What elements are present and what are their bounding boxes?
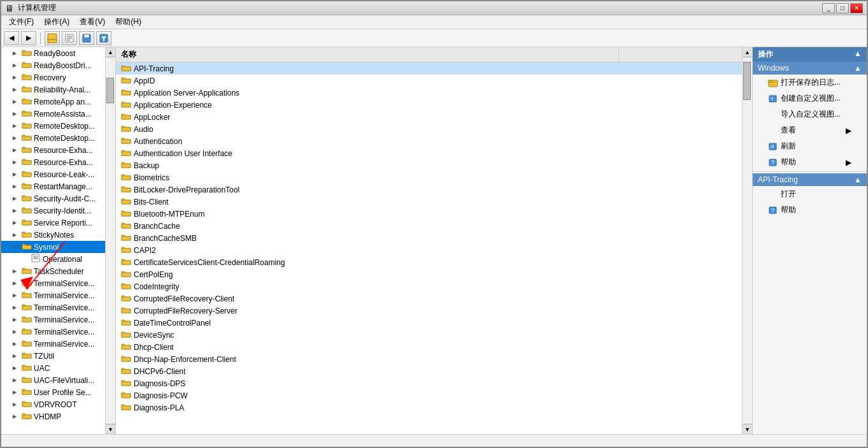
- maximize-button[interactable]: □: [836, 3, 849, 13]
- sidebar-item-8[interactable]: ▶Resource-Exha...: [1, 144, 115, 156]
- sidebar-item-21[interactable]: ▶TerminalService...: [1, 301, 115, 314]
- sidebar-item-10[interactable]: ▶Resource-Leak-...: [1, 168, 115, 180]
- sidebar-item-7[interactable]: ▶RemoteDesktop...: [1, 132, 115, 144]
- close-button[interactable]: ✕: [850, 3, 863, 13]
- list-item-27[interactable]: Diagnosis-PCW: [116, 389, 752, 401]
- scroll-down-button[interactable]: ▼: [106, 424, 115, 434]
- list-item-12[interactable]: Bluetooth-MTPEnum: [116, 208, 752, 220]
- forward-button[interactable]: ▶: [21, 31, 36, 45]
- list-item-16[interactable]: CertificateServicesClient-CredentialRoam…: [116, 256, 752, 268]
- svg-rect-45: [122, 79, 131, 83]
- sidebar-item-27[interactable]: ▶UAC-FileVirtuali...: [1, 374, 115, 386]
- menu-view[interactable]: 查看(V): [75, 15, 110, 29]
- up-button[interactable]: [45, 31, 60, 45]
- sidebar-item-6[interactable]: ▶RemoteDesktop...: [1, 120, 115, 132]
- sidebar: ▶ReadyBoost▶ReadyBoostDri...▶Recovery▶Re…: [1, 47, 116, 434]
- menu-help[interactable]: 帮助(H): [110, 15, 146, 29]
- back-button[interactable]: ◀: [4, 31, 19, 45]
- content-scroll-thumb[interactable]: [743, 62, 751, 100]
- minimize-button[interactable]: _: [822, 3, 835, 13]
- list-item-6[interactable]: Authentication: [116, 135, 752, 147]
- sidebar-item-19[interactable]: ▶TerminalService...: [1, 277, 115, 289]
- sidebar-item-29[interactable]: ▶VDRVROOT: [1, 398, 115, 410]
- scroll-thumb[interactable]: [106, 78, 114, 103]
- svg-rect-37: [22, 342, 31, 346]
- sidebar-item-23[interactable]: ▶TerminalService...: [1, 326, 115, 338]
- sidebar-item-9[interactable]: ▶Resource-Exha...: [1, 156, 115, 168]
- sidebar-item-22[interactable]: ▶TerminalService...: [1, 314, 115, 326]
- sidebar-item-18[interactable]: ▶TaskScheduler: [1, 265, 115, 277]
- list-item-19[interactable]: CorruptedFileRecovery-Client: [116, 293, 752, 305]
- sidebar-item-28[interactable]: ▶User Profile Se...: [1, 386, 115, 398]
- list-item-28[interactable]: Diagnosis-PLA: [116, 401, 752, 414]
- list-item-21[interactable]: DateTimeControlPanel: [116, 317, 752, 329]
- properties-button[interactable]: [62, 31, 77, 45]
- list-item-7[interactable]: Authentication User Interface: [116, 147, 752, 159]
- sidebar-item-13[interactable]: ▶Security-Identit...: [1, 205, 115, 217]
- list-item-14[interactable]: BranchCacheSMB: [116, 232, 752, 244]
- list-item-10[interactable]: BitLocker-DrivePreparationTool: [116, 184, 752, 196]
- menu-action[interactable]: 操作(A): [39, 15, 75, 29]
- action-open-saved-log[interactable]: 打开保存的日志...: [753, 75, 867, 90]
- sidebar-item-1[interactable]: ▶ReadyBoostDri...: [1, 59, 115, 71]
- sidebar-item-25[interactable]: ▶TZUtil: [1, 350, 115, 362]
- sidebar-item-17[interactable]: Operational: [1, 253, 115, 265]
- sidebar-item-11[interactable]: ▶RestartManage...: [1, 180, 115, 192]
- list-item-label-15: CAPI2: [134, 246, 156, 255]
- right-panel-collapse[interactable]: ▲: [854, 49, 862, 60]
- action-create-view[interactable]: + 创建自定义视图...: [753, 90, 867, 106]
- list-item-icon-21: [121, 317, 131, 328]
- sidebar-item-2[interactable]: ▶Recovery: [1, 71, 115, 83]
- api-collapse-icon[interactable]: ▲: [854, 175, 862, 184]
- list-item-20[interactable]: CorruptedFileRecovery-Server: [116, 305, 752, 317]
- filter-button[interactable]: [96, 31, 111, 45]
- sidebar-item-15[interactable]: ▶StickyNotes: [1, 229, 115, 241]
- action-help-windows[interactable]: ? 帮助 ▶: [753, 154, 867, 170]
- save-button[interactable]: [79, 31, 94, 45]
- list-item-18[interactable]: CodeIntegrity: [116, 280, 752, 293]
- sidebar-item-30[interactable]: ▶VHDMP: [1, 410, 115, 423]
- sidebar-item-4[interactable]: ▶RemoteApp an...: [1, 96, 115, 108]
- list-item-0[interactable]: API-Tracing: [116, 62, 752, 75]
- list-item-11[interactable]: Bits-Client: [116, 196, 752, 208]
- windows-collapse-icon[interactable]: ▲: [854, 64, 862, 73]
- list-item-1[interactable]: AppID: [116, 75, 752, 87]
- list-item-22[interactable]: DeviceSync: [116, 329, 752, 341]
- folder-icon-18: [22, 266, 32, 277]
- sidebar-item-24[interactable]: ▶TerminalService...: [1, 338, 115, 350]
- menu-file[interactable]: 文件(F): [4, 15, 39, 29]
- list-item-15[interactable]: CAPI2: [116, 244, 752, 256]
- svg-rect-52: [122, 164, 131, 168]
- col-name-header[interactable]: 名称: [116, 47, 619, 62]
- sidebar-item-0[interactable]: ▶ReadyBoost: [1, 47, 115, 59]
- sidebar-item-12[interactable]: ▶Security-Audit-C...: [1, 192, 115, 205]
- content-scroll-up[interactable]: ▲: [743, 47, 752, 57]
- content-scroll-down[interactable]: ▼: [743, 424, 752, 434]
- sidebar-item-20[interactable]: ▶TerminalService...: [1, 289, 115, 301]
- action-help-api[interactable]: ? 帮助: [753, 202, 867, 218]
- action-refresh[interactable]: ↺ 刷新: [753, 138, 867, 154]
- list-item-label-4: AppLocker: [134, 113, 170, 122]
- list-item-25[interactable]: DHCPv6-Client: [116, 365, 752, 377]
- list-item-8[interactable]: Backup: [116, 159, 752, 171]
- list-item-9[interactable]: Biometrics: [116, 171, 752, 184]
- list-item-24[interactable]: Dhcp-Nap-Enforcement-Client: [116, 353, 752, 365]
- action-import-view[interactable]: 导入自定义视图...: [753, 106, 867, 122]
- sidebar-item-5[interactable]: ▶RemoteAssista...: [1, 108, 115, 120]
- scroll-up-button[interactable]: ▲: [106, 47, 115, 57]
- sidebar-item-26[interactable]: ▶UAC: [1, 362, 115, 374]
- list-item-26[interactable]: Diagnosis-DPS: [116, 377, 752, 389]
- list-item-2[interactable]: Application Server-Applications: [116, 87, 752, 99]
- action-view[interactable]: 查看 ▶: [753, 122, 867, 138]
- sidebar-item-3[interactable]: ▶Reliability-Anal...: [1, 83, 115, 96]
- list-item-23[interactable]: Dhcp-Client: [116, 341, 752, 353]
- sidebar-item-14[interactable]: ▶Service Reporti...: [1, 217, 115, 229]
- list-item-5[interactable]: Audio: [116, 123, 752, 135]
- action-open-api[interactable]: 打开: [753, 186, 867, 202]
- list-item-4[interactable]: AppLocker: [116, 111, 752, 123]
- svg-rect-15: [22, 112, 31, 116]
- sidebar-item-16[interactable]: ▼Sysmol: [1, 241, 115, 253]
- list-item-3[interactable]: Application-Experience: [116, 99, 752, 111]
- list-item-17[interactable]: CertPolEng: [116, 268, 752, 280]
- list-item-13[interactable]: BranchCache: [116, 220, 752, 232]
